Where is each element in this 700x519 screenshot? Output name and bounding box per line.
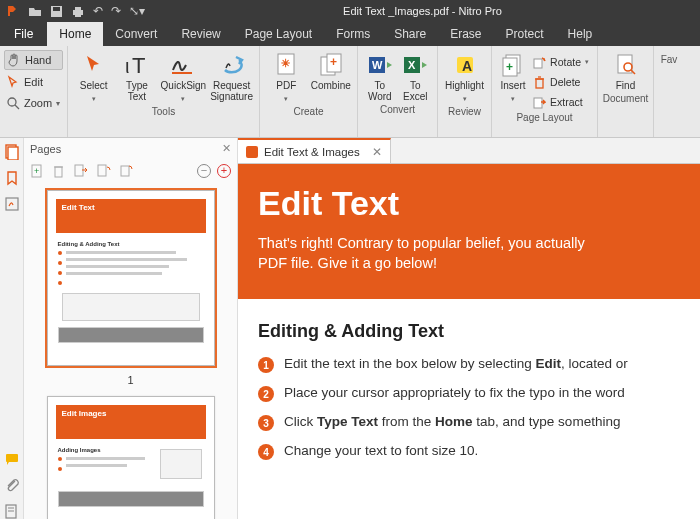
page-thumbnail-1[interactable]: Edit Text Editing & Adding Text <box>47 190 215 366</box>
svg-text:ι: ι <box>125 55 129 77</box>
svg-rect-41 <box>55 167 62 177</box>
redo-icon[interactable]: ↷ <box>111 4 121 18</box>
group-create: ✳ PDF ▾ + Combine Create <box>260 46 358 137</box>
select-button[interactable]: Select ▾ <box>74 52 113 104</box>
zoom-tool[interactable]: Zoom ▾ <box>4 94 63 112</box>
svg-point-5 <box>8 98 16 106</box>
hand-tool[interactable]: Hand <box>4 50 63 70</box>
tab-protect[interactable]: Protect <box>494 22 556 46</box>
document-tab-label: Edit Text & Images <box>264 146 360 158</box>
undo-icon[interactable]: ↶ <box>93 4 103 18</box>
edit-label: Edit <box>24 76 43 88</box>
replace-page-icon[interactable] <box>96 163 111 178</box>
highlight-icon: A <box>452 52 478 78</box>
tab-file[interactable]: File <box>0 22 47 46</box>
tab-share[interactable]: Share <box>382 22 438 46</box>
bookmarks-panel-icon[interactable] <box>4 170 20 186</box>
find-label: Find <box>616 80 635 91</box>
save-icon[interactable] <box>50 5 63 18</box>
pages-panel-title: Pages <box>30 143 61 155</box>
signatures-panel-icon[interactable] <box>4 196 20 212</box>
rotate-icon <box>532 55 546 69</box>
extract-label: Extract <box>550 96 583 108</box>
tab-review[interactable]: Review <box>169 22 232 46</box>
zoom-out-icon[interactable]: − <box>197 164 211 178</box>
rotate-button[interactable]: Rotate ▾ <box>530 54 591 70</box>
title-bar: ↶ ↷ ⤡▾ Edit Text _Images.pdf - Nitro Pro <box>0 0 700 22</box>
main-area: Pages ✕ + − + Edit Text Editing & Adding… <box>0 138 700 519</box>
document-tab[interactable]: Edit Text & Images ✕ <box>238 138 391 163</box>
delete-button[interactable]: Delete <box>530 74 591 90</box>
svg-text:+: + <box>330 55 337 69</box>
edit-tool[interactable]: Edit <box>4 73 63 91</box>
close-icon[interactable]: ✕ <box>222 142 231 155</box>
svg-text:A: A <box>462 58 472 74</box>
step-4: 4Change your text to font size 10. <box>258 443 680 460</box>
svg-rect-3 <box>75 7 81 10</box>
svg-line-6 <box>15 105 19 109</box>
chevron-down-icon: ▾ <box>284 93 288 104</box>
tab-help[interactable]: Help <box>556 22 605 46</box>
document-section: Editing & Adding Text 1Edit the text in … <box>238 299 700 480</box>
svg-rect-43 <box>75 165 83 176</box>
ribbon: Hand Edit Zoom ▾ Select ▾ ιT Type Text <box>0 46 700 138</box>
combine-button[interactable]: + Combine <box>311 52 352 91</box>
hand-label: Hand <box>25 54 51 66</box>
svg-rect-1 <box>53 7 60 11</box>
window-title: Edit Text _Images.pdf - Nitro Pro <box>145 5 700 17</box>
to-word-button[interactable]: W To Word <box>364 52 396 102</box>
type-text-button[interactable]: ιT Type Text <box>117 52 156 102</box>
group-fav: Fav <box>654 46 684 137</box>
open-icon[interactable] <box>28 5 42 17</box>
quicksign-button[interactable]: QuickSign ▾ <box>161 52 207 104</box>
zoom-in-icon[interactable]: + <box>217 164 231 178</box>
rotate-page-icon[interactable] <box>119 163 133 178</box>
tab-forms[interactable]: Forms <box>324 22 382 46</box>
tab-erase[interactable]: Erase <box>438 22 493 46</box>
extract-icon <box>532 95 546 109</box>
highlight-button[interactable]: A Highlight ▾ <box>444 52 485 104</box>
output-panel-icon[interactable] <box>4 503 20 519</box>
insert-button[interactable]: + Insert ▾ <box>498 52 528 104</box>
zoom-label: Zoom <box>24 97 52 109</box>
to-excel-button[interactable]: X To Excel <box>400 52 432 102</box>
tab-convert[interactable]: Convert <box>103 22 169 46</box>
pdf-button[interactable]: ✳ PDF ▾ <box>266 52 307 104</box>
document-tab-bar: Edit Text & Images ✕ <box>238 138 700 164</box>
pointer-dropdown-icon[interactable]: ⤡▾ <box>129 4 145 18</box>
pages-panel: Pages ✕ + − + Edit Text Editing & Adding… <box>24 138 238 519</box>
quicksign-icon <box>170 52 196 78</box>
type-text-icon: ιT <box>124 52 150 78</box>
page-thumbnail-2[interactable]: Edit Images Adding Images <box>47 396 215 519</box>
step-number: 3 <box>258 415 274 431</box>
document-view[interactable]: Edit Text That's right! Contrary to popu… <box>238 164 700 519</box>
tab-home[interactable]: Home <box>47 22 103 46</box>
svg-text:+: + <box>34 166 39 176</box>
request-signature-button[interactable]: Request Signature <box>210 52 253 102</box>
rotate-label: Rotate <box>550 56 581 68</box>
tab-page-layout[interactable]: Page Layout <box>233 22 324 46</box>
svg-text:+: + <box>506 60 513 74</box>
chevron-down-icon: ▾ <box>463 93 467 104</box>
attachments-panel-icon[interactable] <box>4 477 20 493</box>
insert-page-icon[interactable]: + <box>30 163 44 178</box>
delete-page-icon[interactable] <box>52 163 65 178</box>
close-tab-icon[interactable]: ✕ <box>372 145 382 159</box>
insert-label: Insert <box>501 80 526 91</box>
print-icon[interactable] <box>71 5 85 18</box>
svg-rect-45 <box>121 166 129 176</box>
find-button[interactable]: Find <box>604 52 647 91</box>
group-convert: W To Word X To Excel Convert <box>358 46 438 137</box>
thumb1-title: Edit Text <box>56 199 206 212</box>
group-document-label: Document <box>598 91 653 108</box>
comments-panel-icon[interactable] <box>4 451 20 467</box>
pages-panel-icon[interactable] <box>4 144 20 160</box>
combine-icon: + <box>318 52 344 78</box>
ribbon-side-tools: Hand Edit Zoom ▾ <box>0 46 68 137</box>
extract-button[interactable]: Extract <box>530 94 591 110</box>
chevron-down-icon: ▾ <box>585 58 589 66</box>
svg-text:W: W <box>372 59 383 71</box>
extract-page-icon[interactable] <box>73 163 88 178</box>
group-page-layout-label: Page Layout <box>492 110 597 127</box>
hero-title: Edit Text <box>258 184 680 223</box>
